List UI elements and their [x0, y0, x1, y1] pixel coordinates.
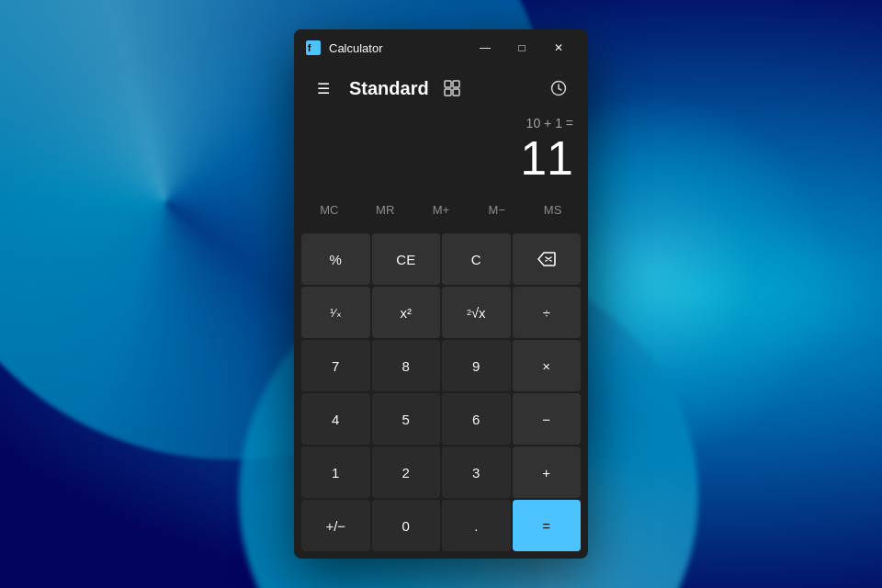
- close-button[interactable]: ✕: [540, 34, 577, 62]
- buttons-grid: % CE C ¹⁄ₓ x² 2√x ÷ 7 8 9 × 4 5 6 − 1 2 …: [294, 230, 588, 559]
- title-controls: — □ ✕: [467, 34, 577, 62]
- title-left: f Calculator: [305, 40, 383, 56]
- percent-button[interactable]: %: [301, 233, 370, 285]
- title-bar: f Calculator — □ ✕: [294, 29, 588, 66]
- two-button[interactable]: 2: [372, 447, 441, 498]
- memory-subtract-button[interactable]: M−: [469, 193, 525, 226]
- calc-display: 10 + 1 = 11: [294, 107, 588, 189]
- five-button[interactable]: 5: [372, 393, 441, 445]
- result: 11: [309, 134, 573, 182]
- svg-rect-5: [453, 89, 459, 96]
- six-button[interactable]: 6: [442, 393, 511, 445]
- eight-button[interactable]: 8: [372, 340, 441, 391]
- calculator-window: f Calculator — □ ✕ ☰ Standard: [294, 29, 588, 559]
- svg-rect-3: [453, 81, 459, 87]
- mode-icon[interactable]: [440, 76, 464, 100]
- subtract-button[interactable]: −: [513, 393, 582, 445]
- memory-recall-button[interactable]: MR: [357, 193, 413, 226]
- menu-button[interactable]: ☰: [309, 74, 338, 103]
- decimal-button[interactable]: .: [442, 500, 511, 551]
- history-button[interactable]: [544, 74, 573, 103]
- maximize-button[interactable]: □: [503, 34, 540, 62]
- reciprocal-button[interactable]: ¹⁄ₓ: [301, 287, 370, 338]
- one-button[interactable]: 1: [301, 447, 370, 498]
- multiply-button[interactable]: ×: [513, 340, 582, 391]
- memory-clear-button[interactable]: MC: [301, 193, 357, 226]
- equals-button[interactable]: =: [513, 500, 582, 551]
- clear-button[interactable]: C: [442, 233, 511, 285]
- plus-minus-button[interactable]: +/−: [301, 500, 370, 551]
- calc-header: ☰ Standard: [294, 66, 588, 107]
- window-title: Calculator: [329, 41, 383, 55]
- memory-row: MC MR M+ M− MS: [294, 189, 588, 230]
- mode-title: Standard: [349, 78, 429, 99]
- app-icon: f: [305, 40, 322, 56]
- backspace-button[interactable]: [513, 233, 582, 285]
- zero-button[interactable]: 0: [372, 500, 441, 551]
- divide-button[interactable]: ÷: [513, 287, 582, 338]
- memory-add-button[interactable]: M+: [413, 193, 469, 226]
- clear-entry-button[interactable]: CE: [372, 233, 441, 285]
- expression: 10 + 1 =: [309, 116, 573, 130]
- three-button[interactable]: 3: [442, 447, 511, 498]
- memory-store-button[interactable]: MS: [525, 193, 581, 226]
- svg-rect-2: [445, 81, 451, 87]
- square-button[interactable]: x²: [372, 287, 441, 338]
- svg-rect-4: [445, 89, 451, 96]
- sqrt-button[interactable]: 2√x: [442, 287, 511, 338]
- add-button[interactable]: +: [513, 447, 582, 498]
- four-button[interactable]: 4: [301, 393, 370, 445]
- nine-button[interactable]: 9: [442, 340, 511, 391]
- seven-button[interactable]: 7: [301, 340, 370, 391]
- minimize-button[interactable]: —: [467, 34, 503, 62]
- header-left: ☰ Standard: [309, 74, 464, 103]
